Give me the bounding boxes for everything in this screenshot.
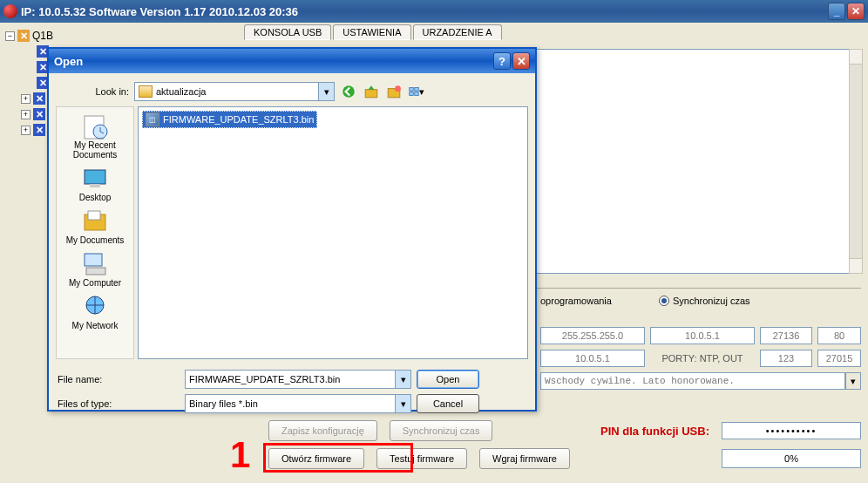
app-icon	[3, 4, 17, 18]
look-in-label: Look in:	[58, 86, 129, 97]
tree-node-icon: ✕	[33, 108, 45, 120]
tree-node-icon: ✕	[33, 92, 45, 105]
pin-label: PIN dla funkcji USB:	[600, 425, 709, 438]
tree-root-label: Q1B	[32, 28, 53, 44]
view-menu-icon[interactable]: ▾	[408, 83, 425, 100]
radio-sync-czas[interactable]: Synchronizuj czas	[659, 296, 750, 306]
radio-dot-icon	[659, 296, 669, 306]
cancel-button[interactable]: Cancel	[417, 394, 479, 413]
mycomputer-icon	[81, 250, 109, 278]
new-folder-icon[interactable]	[385, 83, 403, 100]
main-titlebar: IP: 10.0.5.32 Software Version 1.17 2010…	[0, 0, 868, 23]
otworz-firmware-button[interactable]: Otwórz firmware	[268, 448, 364, 469]
progress-percent: 0%	[722, 449, 861, 468]
place-mycomputer[interactable]: My Computer	[69, 250, 121, 288]
look-in-value: aktualizacja	[156, 86, 206, 97]
file-item-label: FIRMWARE_UPDATE_SZRLT3.bin	[163, 114, 314, 125]
file-name-value: FIRMWARE_UPDATE_SZRLT3.bin	[189, 374, 340, 384]
open-button[interactable]: Open	[417, 370, 479, 389]
places-bar: My Recent Documents Desktop My Documents…	[56, 106, 134, 359]
sync-czas-button[interactable]: Synchronizuj czas	[390, 420, 493, 441]
svg-rect-5	[415, 88, 419, 92]
zapisz-button[interactable]: Zapisz konfigurację	[268, 420, 377, 441]
svg-rect-10	[85, 170, 105, 184]
selected-file-item[interactable]: ◫ FIRMWARE_UPDATE_SZRLT3.bin	[142, 111, 317, 128]
dialog-close-button[interactable]: ✕	[512, 52, 530, 70]
place-mynetwork[interactable]: My Network	[72, 293, 119, 330]
svg-rect-11	[90, 184, 100, 187]
file-type-label: Files of type:	[58, 398, 180, 409]
tab-ustawienia[interactable]: USTAWIENIA	[333, 24, 410, 40]
field-wschody[interactable]: Wschody cywilne. Lato honorowane.	[540, 372, 845, 390]
svg-rect-6	[410, 92, 414, 96]
field-port1[interactable]: 27136	[760, 327, 812, 344]
bin-file-icon: ◫	[146, 112, 159, 126]
wgraj-firmware-button[interactable]: Wgraj firmware	[479, 448, 570, 469]
open-dialog-title: Open	[54, 55, 83, 68]
file-list[interactable]: ◫ FIRMWARE_UPDATE_SZRLT3.bin	[138, 106, 528, 359]
svg-rect-1	[365, 90, 377, 98]
field-ip[interactable]: 10.0.5.1	[540, 350, 645, 367]
tab-urzadzenie-a[interactable]: URZADZENIE A	[413, 24, 502, 40]
place-mydocs[interactable]: My Documents	[66, 207, 125, 245]
place-label: Desktop	[79, 193, 112, 202]
file-name-input[interactable]: FIRMWARE_UPDATE_SZRLT3.bin ▾	[185, 370, 411, 389]
open-dialog-titlebar: Open ? ✕	[49, 49, 535, 73]
svg-point-3	[395, 85, 401, 92]
field-gateway[interactable]: 10.0.5.1	[650, 327, 755, 344]
testuj-firmware-button[interactable]: Testuj firmware	[376, 448, 467, 469]
svg-rect-7	[415, 92, 419, 96]
tab-konsola[interactable]: KONSOLA USB	[244, 24, 331, 40]
field-netmask[interactable]: 255.255.255.0	[540, 327, 645, 344]
look-in-dropdown[interactable]: aktualizacja ▾	[134, 82, 335, 101]
place-label: My Recent Documents	[57, 140, 133, 160]
tree-node-icon: ✕	[33, 124, 45, 136]
place-recent[interactable]: My Recent Documents	[57, 112, 133, 160]
file-name-label: File name:	[58, 374, 180, 384]
chevron-down-icon[interactable]: ▾	[395, 371, 410, 388]
help-button[interactable]: ?	[493, 52, 511, 70]
label-ports: PORTY: NTP, OUT	[650, 350, 755, 367]
console-textarea[interactable]	[535, 49, 856, 274]
svg-rect-4	[410, 88, 414, 92]
field-out-port[interactable]: 27015	[817, 350, 861, 367]
mynetwork-icon	[81, 293, 109, 321]
tree-expand-icon[interactable]: +	[21, 94, 31, 104]
recent-docs-icon	[81, 112, 109, 140]
folder-icon	[139, 85, 153, 98]
close-button[interactable]: ✕	[847, 3, 865, 20]
place-label: My Network	[72, 321, 119, 330]
radio-sync-label: Synchronizuj czas	[673, 296, 750, 306]
open-dialog: Open ? ✕ Look in: aktualizacja ▾ ▾ My Re…	[47, 47, 537, 412]
radio-oprogramowania-label: oprogramowania	[540, 296, 612, 306]
place-label: My Computer	[69, 278, 121, 288]
svg-rect-13	[88, 211, 100, 220]
annotation-1: 1	[230, 434, 250, 476]
tree-expand-icon[interactable]: +	[21, 110, 31, 119]
title-text: IP: 10.0.5.32 Software Version 1.17 2010…	[21, 5, 298, 18]
minimize-button[interactable]: _	[828, 3, 845, 20]
place-desktop[interactable]: Desktop	[79, 165, 112, 202]
chevron-down-icon[interactable]: ▾	[318, 83, 334, 100]
place-label: My Documents	[66, 235, 125, 245]
up-one-level-icon[interactable]	[363, 83, 380, 100]
chevron-down-icon[interactable]: ▾	[395, 395, 410, 412]
desktop-icon	[81, 165, 109, 193]
tree-collapse-icon[interactable]: −	[5, 31, 15, 41]
file-type-dropdown[interactable]: Binary files *.bin ▾	[185, 394, 411, 413]
mydocs-icon	[81, 207, 109, 235]
field-port2[interactable]: 80	[817, 327, 861, 344]
pin-input[interactable]: ••••••••••	[722, 422, 861, 439]
chevron-down-icon[interactable]: ▾	[845, 372, 861, 390]
back-icon[interactable]	[340, 83, 357, 100]
svg-rect-14	[85, 254, 102, 266]
tab-strip: KONSOLA USB USTAWIENIA URZADZENIE A	[244, 24, 502, 40]
svg-rect-15	[86, 268, 105, 275]
file-type-value: Binary files *.bin	[189, 398, 258, 409]
field-ntp-port[interactable]: 123	[760, 350, 812, 367]
scrollbar[interactable]	[849, 49, 863, 274]
tree-expand-icon[interactable]: +	[21, 126, 31, 135]
tree-node-icon: ✕	[17, 30, 30, 42]
